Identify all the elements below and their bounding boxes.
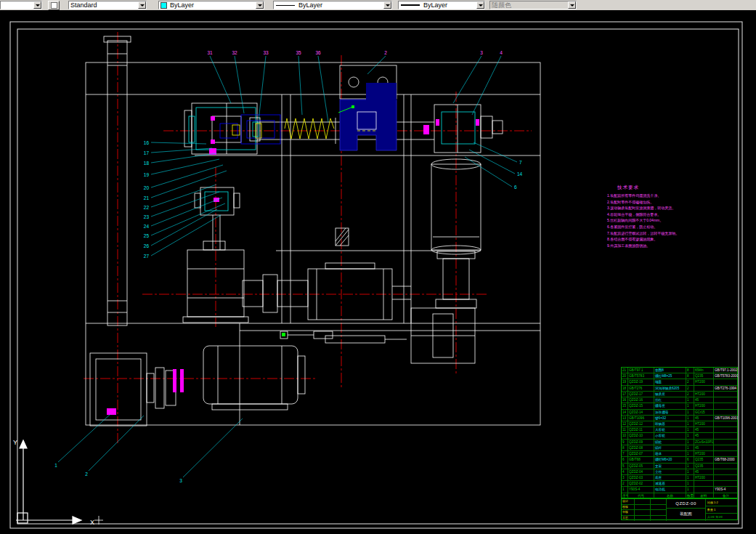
tech-requirement-line: 7.装配后进行空载试运转，运转平稳无异响。 bbox=[607, 230, 702, 237]
callout-label: 23 bbox=[144, 214, 150, 219]
bom-cell-material: ZCuSn10P1 bbox=[694, 440, 714, 445]
tech-requirement-line: 3.滚动轴承装配时应涂润滑脂，转动灵活。 bbox=[607, 205, 702, 211]
bom-cell-standard bbox=[714, 433, 738, 438]
bom-cell-qty: 1 bbox=[686, 416, 694, 421]
bom-cell-material bbox=[694, 481, 714, 486]
bom-cell-num: 8 bbox=[622, 445, 628, 450]
bom-cell-qty: 1 bbox=[686, 451, 694, 456]
dropdown-arrow-icon[interactable] bbox=[476, 1, 484, 9]
title-block-label: 工艺 bbox=[622, 516, 635, 522]
title-block-center: QZDZ-00 装配图 bbox=[667, 499, 706, 521]
cad-application-window: Standard ByLayer ByLayer ByLayer 随颜色 bbox=[0, 0, 756, 534]
bom-cell-material: 45 bbox=[694, 469, 714, 474]
bom-cell-standard: Y90S-4 bbox=[714, 487, 738, 492]
drawing-title: 装配图 bbox=[667, 509, 705, 521]
bom-cell-standard: GB/T276-1994 bbox=[714, 386, 738, 391]
toolbar-button[interactable] bbox=[48, 1, 60, 10]
bom-cell-qty: 1 bbox=[686, 464, 694, 469]
bom-cell-name: 小齿轮 bbox=[654, 433, 686, 438]
dropdown-arrow-icon[interactable] bbox=[383, 1, 391, 9]
bom-cell-material: 45 bbox=[694, 433, 714, 438]
bom-cell-name: 电动机 bbox=[654, 487, 686, 492]
bom-cell-standard: GB/T68-2000 bbox=[714, 457, 738, 462]
lineweight-control-combo[interactable]: ByLayer bbox=[398, 1, 485, 9]
bom-cell-qty: 1 bbox=[686, 440, 694, 445]
bom-cell-material: HT200 bbox=[694, 392, 714, 397]
text-style-combo[interactable]: Standard bbox=[68, 1, 147, 9]
layer-combo-partial[interactable] bbox=[0, 1, 42, 9]
callout-label: 26 bbox=[144, 243, 150, 248]
bom-cell-material: HT200 bbox=[694, 403, 714, 408]
callout-label: 35 bbox=[296, 50, 301, 55]
linetype-control-combo[interactable]: ByLayer bbox=[273, 1, 392, 9]
ucs-x-label: X bbox=[90, 519, 94, 526]
bom-cell-code: QZDZ-16 bbox=[628, 397, 654, 402]
lineweight-sample-icon bbox=[401, 4, 420, 6]
bom-row: 10 QZDZ-10 小齿轮 1 45 bbox=[622, 433, 737, 439]
tech-requirement-line: 8.各结合面不得有渗漏油现象。 bbox=[607, 236, 702, 243]
linetype-sample-icon bbox=[276, 5, 295, 6]
bom-rows: 21 GB/T97.1 垫圈8 8 65Mn GB/T97.1-2002 20 … bbox=[622, 368, 737, 493]
object-properties-toolbar: Standard ByLayer ByLayer ByLayer 随颜色 bbox=[0, 0, 756, 11]
bom-cell-qty: 8 bbox=[686, 373, 694, 379]
callout-label: 33 bbox=[263, 50, 269, 55]
bom-row: 6 GB/T68 螺钉M6×20 6 Q235 GB/T68-2000 bbox=[622, 457, 737, 463]
bom-cell-qty: 1 bbox=[686, 481, 694, 486]
bom-cell-name: 底座 bbox=[654, 475, 686, 480]
bom-cell-material: HT200 bbox=[694, 451, 714, 456]
bom-cell-num: 16 bbox=[622, 397, 628, 402]
bom-cell-standard bbox=[714, 392, 738, 397]
callout-label: 22 bbox=[144, 205, 150, 210]
bom-cell-code: QZDZ-14 bbox=[628, 410, 654, 415]
bom-cell-code: QZDZ-05 bbox=[628, 464, 654, 469]
bom-cell-material bbox=[694, 386, 714, 391]
tech-requirements-note: 技术要求 1.装配前所有零件均需清洗干净。 2.装配时零件不得磕碰划伤。 3.滚… bbox=[607, 185, 702, 248]
dropdown-arrow-icon[interactable] bbox=[256, 1, 264, 9]
callout-label: 20 bbox=[144, 185, 150, 190]
callout-label: 2 bbox=[85, 472, 88, 477]
color-control-combo[interactable]: ByLayer bbox=[158, 1, 264, 9]
bom-cell-material: GCr15 bbox=[694, 410, 714, 415]
bom-cell-code: QZDZ-15 bbox=[628, 403, 654, 408]
blue-components bbox=[220, 83, 397, 150]
bom-cell-num: 9 bbox=[622, 440, 628, 445]
bom-cell-qty: 1 bbox=[686, 403, 694, 408]
bom-cell-material: 45 bbox=[694, 397, 714, 402]
machine-outline bbox=[86, 36, 540, 426]
bom-cell-num: 17 bbox=[622, 392, 628, 397]
callout-label: 36 bbox=[315, 50, 321, 55]
title-block-signatures: 设计 校核 审核 工艺 bbox=[622, 499, 667, 521]
tech-requirements-lines: 1.装配前所有零件均需清洗干净。 2.装配时零件不得磕碰划伤。 3.滚动轴承装配… bbox=[607, 193, 702, 248]
bom-cell-material bbox=[694, 487, 714, 492]
bom-cell-code: QZDZ-09 bbox=[628, 440, 654, 445]
dropdown-arrow-icon[interactable] bbox=[33, 1, 41, 9]
crosshair-cursor bbox=[94, 516, 103, 525]
linetype-control-value: ByLayer bbox=[297, 1, 383, 9]
bom-cell-qty: 1 bbox=[686, 421, 694, 426]
bom-header-remark: 备注 bbox=[714, 493, 738, 498]
bom-header-num: 序号 bbox=[622, 493, 628, 498]
bom-cell-qty: 1 bbox=[686, 427, 694, 432]
bom-row: 19 QZDZ-19 端盖 2 HT200 bbox=[622, 379, 737, 385]
drawing-canvas[interactable]: 31 32 33 35 36 2 3 4 16 17 18 19 20 21 2… bbox=[0, 10, 756, 534]
bom-cell-standard bbox=[714, 445, 738, 450]
title-block-label: 设计 bbox=[622, 499, 635, 504]
callout-label: 25 bbox=[144, 233, 150, 238]
callout-label: 3 bbox=[179, 478, 182, 483]
bom-row: 17 QZDZ-17 轴承座 2 HT200 bbox=[622, 392, 737, 397]
callout-label: 4 bbox=[500, 50, 503, 55]
bom-cell-code: QZDZ-02 bbox=[628, 481, 654, 486]
bom-row: 5 QZDZ-05 支架 1 Q235 bbox=[622, 464, 737, 469]
bom-cell-name: 联轴器 bbox=[654, 421, 686, 426]
bom-cell-qty: 2 bbox=[686, 379, 694, 384]
bom-cell-standard bbox=[714, 481, 738, 486]
bom-cell-material: 45 bbox=[694, 427, 714, 432]
callout-label: 6 bbox=[514, 185, 517, 190]
bom-cell-num: 12 bbox=[622, 421, 628, 426]
bom-cell-qty: 1 bbox=[686, 433, 694, 438]
color-swatch-icon bbox=[160, 2, 167, 9]
dropdown-arrow-icon[interactable] bbox=[138, 1, 146, 9]
title-block: 设计 校核 审核 工艺 QZDZ-00 装配图 比例 1:2 数量 1 共1张 … bbox=[621, 498, 738, 520]
callout-label: 19 bbox=[144, 172, 150, 177]
center-lines bbox=[84, 32, 532, 443]
